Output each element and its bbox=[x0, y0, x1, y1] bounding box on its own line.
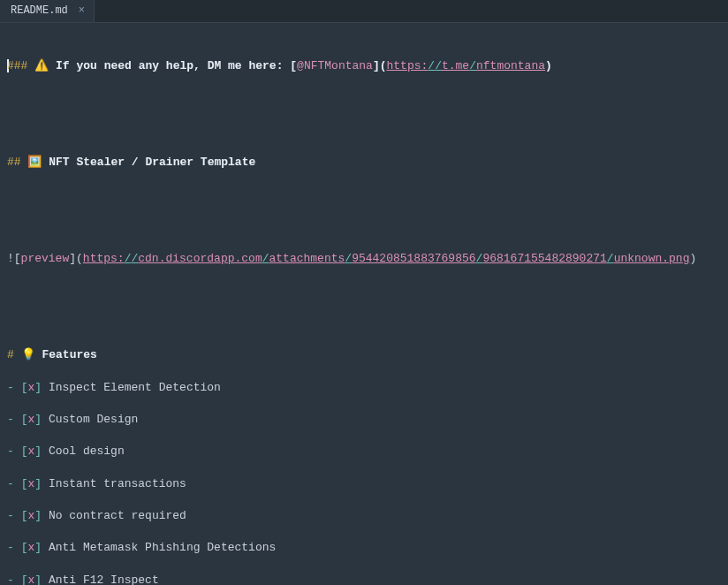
feature-item: - [x] No contract required bbox=[7, 508, 721, 524]
tab-bar: README.md × bbox=[0, 0, 728, 23]
heading-title: ## 🖼️ NFT Stealer / Drainer Template bbox=[7, 155, 721, 171]
heading-features: # 💡 Features bbox=[7, 347, 721, 363]
feature-item: - [x] Instant transactions bbox=[7, 476, 721, 492]
feature-item: - [x] Anti Metamask Phishing Detections bbox=[7, 540, 721, 556]
feature-item: - [x] Cool design bbox=[7, 444, 721, 460]
feature-item: - [x] Anti F12 Inspect bbox=[7, 573, 721, 585]
tab-title: README.md bbox=[11, 4, 68, 19]
close-icon[interactable]: × bbox=[77, 4, 87, 19]
feature-item: - [x] Inspect Element Detection bbox=[7, 380, 721, 396]
file-tab-readme[interactable]: README.md × bbox=[0, 0, 95, 22]
bulb-icon: 💡 bbox=[21, 348, 35, 361]
warning-icon: ⚠️ bbox=[34, 59, 49, 72]
picture-icon: 🖼️ bbox=[27, 156, 42, 169]
feature-item: - [x] Custom Design bbox=[7, 412, 721, 428]
image-link-preview: ![preview](https://cdn.discordapp.com/at… bbox=[7, 251, 721, 267]
editor-body[interactable]: ### ⚠️ If you need any help, DM me here:… bbox=[0, 23, 728, 585]
heading-help: ### ⚠️ If you need any help, DM me here:… bbox=[7, 58, 721, 74]
